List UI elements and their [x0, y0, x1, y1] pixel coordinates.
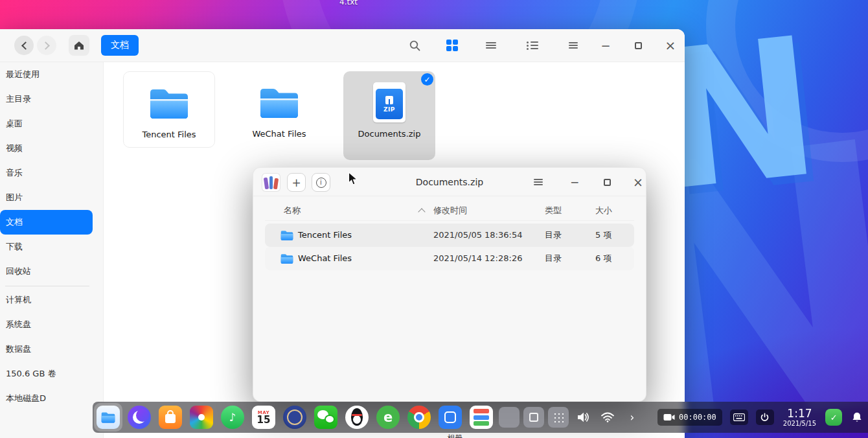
- archive-app-icon: [262, 174, 280, 191]
- file-manager-icon: [97, 406, 120, 429]
- tray-expand-chevron[interactable]: ›: [620, 402, 645, 433]
- power-tray-button[interactable]: [756, 409, 774, 425]
- volume-tray-button[interactable]: [571, 402, 595, 433]
- sort-ascending-icon: [418, 208, 425, 215]
- mouse-cursor: [348, 172, 358, 189]
- dock-clock[interactable]: 1:17 2021/5/15: [783, 407, 816, 428]
- sidebar-item-computer[interactable]: 计算机: [0, 288, 93, 312]
- dock-e-browser[interactable]: e: [372, 402, 404, 433]
- dock-tray-window-1[interactable]: [497, 402, 521, 433]
- dock-music[interactable]: ♪: [217, 402, 248, 433]
- file-item-tencent-files[interactable]: Tencent Files: [123, 71, 215, 148]
- back-button[interactable]: [14, 36, 34, 55]
- dock-tray-window-2[interactable]: [521, 402, 546, 433]
- detail-view-button[interactable]: [525, 38, 540, 52]
- onscreen-keyboard-tray-button[interactable]: [730, 409, 748, 425]
- archive-row[interactable]: WeChat Files 2021/05/14 12:28:26 目录 6 项: [265, 247, 634, 270]
- archive-row[interactable]: Tencent Files 2021/05/05 18:36:54 目录 5 项: [265, 224, 634, 247]
- folder-icon: [280, 253, 293, 266]
- row-name: WeChat Files: [298, 247, 352, 270]
- tray-app-icon: [523, 407, 544, 428]
- grid-view-icon: [446, 40, 458, 51]
- maximize-button[interactable]: [628, 36, 648, 55]
- column-header-size[interactable]: 大小: [595, 200, 612, 221]
- maximize-icon: [604, 179, 611, 186]
- sidebar-item-downloads[interactable]: 下载: [0, 235, 93, 259]
- camera-icon: [663, 413, 675, 421]
- archive-titlebar: + i Documents.zip − ×: [253, 168, 646, 196]
- notification-bell-button[interactable]: [851, 411, 863, 423]
- dock: ♪ MAY 15 e: [93, 402, 868, 433]
- row-size: 6 项: [595, 247, 611, 270]
- sidebar-item-trash[interactable]: 回收站: [0, 259, 93, 284]
- tray-app-icon: [499, 407, 520, 428]
- sidebar-item-desktop[interactable]: 桌面: [0, 111, 93, 136]
- check-icon: ✓: [424, 75, 430, 84]
- chrome-icon: [407, 406, 431, 429]
- dock-photos[interactable]: [186, 402, 217, 433]
- dock-control-center[interactable]: [466, 402, 497, 433]
- column-header-type[interactable]: 类型: [545, 200, 562, 221]
- sidebar-item-recent[interactable]: 最近使用: [0, 62, 93, 87]
- sidebar-item-local-disk-d[interactable]: 本地磁盘D: [0, 386, 93, 411]
- archive-table-header: 名称 修改时间 类型 大小: [265, 200, 634, 221]
- archive-maximize-button[interactable]: [597, 172, 617, 192]
- close-button[interactable]: ×: [661, 36, 680, 55]
- info-button[interactable]: i: [312, 173, 330, 192]
- sidebar-item-volume-150gb[interactable]: 150.6 GB 卷: [0, 362, 93, 386]
- calendar-day: 15: [257, 415, 271, 426]
- icon-view-button[interactable]: [445, 38, 459, 52]
- clock-date: 2021/5/15: [783, 420, 816, 428]
- sidebar-divider: [5, 286, 89, 286]
- dock-chrome[interactable]: [404, 402, 435, 433]
- sidebar-item-system-disk[interactable]: 系统盘: [0, 312, 93, 337]
- screen-recorder-indicator[interactable]: 00:00:00: [657, 409, 722, 426]
- control-center-icon: [470, 406, 493, 429]
- archive-close-button[interactable]: ×: [628, 172, 648, 192]
- dock-calendar[interactable]: MAY 15: [248, 402, 279, 433]
- sidebar-item-data-disk[interactable]: 数据盘: [0, 337, 93, 362]
- dock-file-manager[interactable]: [93, 402, 124, 433]
- e-browser-icon: e: [376, 406, 400, 429]
- dock-qq[interactable]: [341, 402, 372, 433]
- wifi-icon: [601, 412, 614, 422]
- chevron-right-icon: ›: [630, 411, 635, 424]
- dock-wechat[interactable]: [310, 402, 341, 433]
- check-icon: ✓: [830, 413, 838, 422]
- minimize-button[interactable]: −: [596, 36, 615, 55]
- search-button[interactable]: [407, 38, 422, 52]
- file-item-documents-zip-selected[interactable]: ✓ ZIP Documents.zip: [343, 71, 435, 160]
- archive-minimize-button[interactable]: −: [565, 172, 584, 192]
- home-button[interactable]: [69, 35, 89, 56]
- archive-menu-button[interactable]: [529, 172, 548, 192]
- archive-manager-window: + i Documents.zip − × 名称 修改时间 类型 大小: [253, 167, 646, 402]
- sidebar-item-videos[interactable]: 视频: [0, 136, 93, 161]
- sidebar-item-home[interactable]: 主目录: [0, 87, 93, 111]
- qq-penguin-icon: [345, 406, 369, 429]
- window-menu-button[interactable]: [566, 38, 580, 52]
- list-view-button[interactable]: [484, 38, 498, 52]
- forward-button[interactable]: [37, 36, 56, 55]
- dock-app-store[interactable]: [155, 402, 186, 433]
- sidebar-item-documents[interactable]: 文档: [0, 210, 93, 235]
- row-type: 目录: [545, 247, 562, 270]
- row-name: Tencent Files: [298, 224, 352, 247]
- column-header-name[interactable]: 名称: [284, 200, 301, 221]
- keyboard-icon: [733, 413, 745, 421]
- column-header-modified[interactable]: 修改时间: [433, 200, 467, 221]
- add-files-button[interactable]: +: [287, 173, 306, 192]
- dock-tray-window-3[interactable]: [546, 402, 571, 433]
- chevron-right-icon: [41, 41, 50, 50]
- clock-time: 1:17: [783, 407, 816, 420]
- dock-browser[interactable]: [124, 402, 155, 433]
- safety-center-tray-button[interactable]: ✓: [825, 409, 842, 426]
- dock-emblem-app[interactable]: [279, 402, 310, 433]
- frame-tool-icon: [439, 406, 462, 429]
- wifi-tray-button[interactable]: [595, 402, 620, 433]
- dock-screenshot-tool[interactable]: [435, 402, 466, 433]
- sidebar-item-pictures[interactable]: 图片: [0, 185, 93, 210]
- recorder-time: 00:00:00: [679, 413, 716, 422]
- sidebar-item-music[interactable]: 音乐: [0, 161, 93, 185]
- file-item-wechat-files[interactable]: WeChat Files: [233, 71, 325, 148]
- tab-documents[interactable]: 文档: [101, 35, 139, 56]
